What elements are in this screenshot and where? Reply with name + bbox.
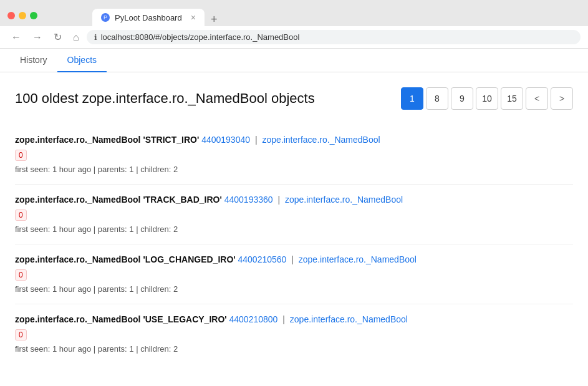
next-page-button[interactable]: > <box>551 87 573 110</box>
object-name: zope.interface.ro._NamedBool 'TRACK_BAD_… <box>15 195 222 205</box>
page-tabs: History Objects <box>0 49 588 72</box>
ref-count-badge: 0 <box>15 329 27 340</box>
reload-button[interactable]: ↻ <box>50 30 65 44</box>
object-title: zope.interface.ro._NamedBool 'LOG_CHANGE… <box>15 254 573 264</box>
object-meta: first seen: 1 hour ago | parents: 1 | ch… <box>15 284 573 294</box>
address-field[interactable]: ℹ localhost:8080/#/objects/zope.interfac… <box>87 30 581 44</box>
page-header: 100 oldest zope.interface.ro._NamedBool … <box>15 87 573 110</box>
object-title: zope.interface.ro._NamedBool 'USE_LEGACY… <box>15 314 573 324</box>
object-list: zope.interface.ro._NamedBool 'STRICT_IRO… <box>15 125 573 364</box>
close-button[interactable] <box>7 12 15 19</box>
object-name: zope.interface.ro._NamedBool 'STRICT_IRO… <box>15 135 199 145</box>
ref-count-badge: 0 <box>15 269 27 281</box>
address-bar-row: ← → ↻ ⌂ ℹ localhost:8080/#/objects/zope.… <box>0 26 588 49</box>
object-type-link[interactable]: zope.interface.ro._NamedBool <box>290 314 408 324</box>
object-meta: first seen: 1 hour ago | parents: 1 | ch… <box>15 224 573 234</box>
tab-title: PyLoot Dashboard <box>115 13 182 22</box>
pipe-separator: | <box>255 135 258 145</box>
prev-page-button[interactable]: < <box>526 87 548 110</box>
tab-close-button[interactable]: × <box>191 12 196 22</box>
main-content: 100 oldest zope.interface.ro._NamedBool … <box>0 72 588 364</box>
address-text: localhost:8080/#/objects/zope.interface.… <box>101 32 300 42</box>
ref-count-badge: 0 <box>15 210 27 221</box>
tab-history[interactable]: History <box>10 49 57 72</box>
list-item: zope.interface.ro._NamedBool 'STRICT_IRO… <box>15 125 573 185</box>
object-id-link[interactable]: 4400193360 <box>224 195 273 205</box>
forward-button[interactable]: → <box>29 31 46 44</box>
object-name: zope.interface.ro._NamedBool 'USE_LEGACY… <box>15 314 227 324</box>
back-button[interactable]: ← <box>7 31 25 44</box>
pipe-separator: | <box>277 195 280 205</box>
page-btn-10[interactable]: 10 <box>476 87 498 110</box>
lock-icon: ℹ <box>94 33 97 42</box>
tab-objects[interactable]: Objects <box>57 49 107 72</box>
list-item: zope.interface.ro._NamedBool 'LOG_CHANGE… <box>15 244 573 304</box>
pagination: 1 8 9 10 15 < > <box>401 87 573 110</box>
object-id-link[interactable]: 4400210800 <box>229 314 278 324</box>
object-type-link[interactable]: zope.interface.ro._NamedBool <box>285 195 403 205</box>
home-button[interactable]: ⌂ <box>69 31 83 44</box>
new-tab-button[interactable]: + <box>207 13 221 26</box>
object-type-link[interactable]: zope.interface.ro._NamedBool <box>262 135 380 145</box>
browser-tab[interactable]: P PyLoot Dashboard × <box>92 9 205 26</box>
object-title: zope.interface.ro._NamedBool 'TRACK_BAD_… <box>15 195 573 205</box>
page-btn-1[interactable]: 1 <box>401 87 423 110</box>
page-btn-9[interactable]: 9 <box>451 87 473 110</box>
object-meta: first seen: 1 hour ago | parents: 1 | ch… <box>15 165 573 174</box>
title-bar: P PyLoot Dashboard × + <box>0 0 588 26</box>
minimize-button[interactable] <box>19 12 26 19</box>
object-name: zope.interface.ro._NamedBool 'LOG_CHANGE… <box>15 254 236 264</box>
tab-bar: P PyLoot Dashboard × + <box>42 9 221 26</box>
object-id-link[interactable]: 4400193040 <box>201 135 250 145</box>
browser-chrome: P PyLoot Dashboard × + ← → ↻ ⌂ ℹ localho… <box>0 0 588 49</box>
traffic-lights <box>7 12 37 19</box>
maximize-button[interactable] <box>30 12 37 19</box>
pipe-separator: | <box>291 254 294 264</box>
ref-count-badge: 0 <box>15 150 27 161</box>
pipe-separator: | <box>282 314 285 324</box>
page-btn-15[interactable]: 15 <box>501 87 523 110</box>
page-title: 100 oldest zope.interface.ro._NamedBool … <box>15 90 315 107</box>
object-meta: first seen: 1 hour ago | parents: 1 | ch… <box>15 344 573 354</box>
page-btn-8[interactable]: 8 <box>426 87 448 110</box>
list-item: zope.interface.ro._NamedBool 'USE_LEGACY… <box>15 304 573 364</box>
tab-favicon: P <box>101 13 110 22</box>
list-item: zope.interface.ro._NamedBool 'TRACK_BAD_… <box>15 185 573 244</box>
object-type-link[interactable]: zope.interface.ro._NamedBool <box>299 254 417 264</box>
object-id-link[interactable]: 4400210560 <box>238 254 287 264</box>
object-title: zope.interface.ro._NamedBool 'STRICT_IRO… <box>15 135 573 145</box>
